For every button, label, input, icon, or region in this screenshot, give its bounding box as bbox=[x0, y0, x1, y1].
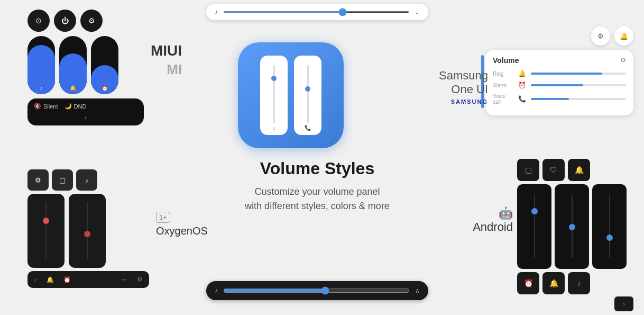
android-knob-1 bbox=[531, 208, 538, 214]
logo-knob-left bbox=[271, 76, 277, 81]
app-logo: ♪ 📞 bbox=[238, 42, 344, 148]
miui-moon-icon: 🌙 bbox=[65, 103, 72, 110]
android-tablet-icon[interactable]: ▢ bbox=[517, 159, 539, 181]
oxygen-label-row: ♪ 🔔 ⏰ bbox=[34, 276, 71, 283]
miui-brand-label: MIUI MI bbox=[151, 42, 182, 78]
android-bell2-icon[interactable]: 🔔 bbox=[542, 272, 565, 294]
samsung-ui-text: Samsung One UI bbox=[439, 69, 488, 96]
samsung-voice-track bbox=[531, 98, 626, 100]
oxygenos-panel: ⚙ ▢ ♪ ♪ 🔔 ⏰ ← ⚙ bbox=[27, 169, 149, 288]
top-slider-panel: ♪ ⌄ bbox=[206, 4, 428, 20]
oxygen-icon-row: ⚙ ▢ ♪ bbox=[27, 169, 149, 191]
android-line-3 bbox=[609, 195, 610, 258]
oxygenos-brand: 1+ OxygenOS bbox=[156, 212, 208, 237]
samsung-ring-icon: 🔔 bbox=[518, 70, 527, 77]
logo-slider-left: ♪ bbox=[260, 56, 288, 135]
android-slider-3[interactable] bbox=[592, 184, 627, 269]
samsung-top-buttons: ⚙ 🔔 bbox=[485, 26, 633, 46]
oxygen-knob-1 bbox=[43, 218, 49, 224]
samsung-voice-row: Voice call 📞 bbox=[493, 93, 626, 105]
miui-silent-mode[interactable]: 🔇 Silent bbox=[34, 103, 58, 110]
miui-slider-3[interactable]: ⏰ bbox=[91, 36, 118, 94]
android-alarm-icon[interactable]: ⏰ bbox=[517, 272, 539, 294]
samsung-alarm-slider[interactable] bbox=[531, 84, 626, 86]
miui-dnd-mode[interactable]: 🌙 DND bbox=[65, 103, 87, 110]
samsung-volume-panel: Volume ⚙ Ring 🔔 Alarm ⏰ Voice call 📞 bbox=[485, 50, 633, 115]
android-knob-2 bbox=[569, 224, 575, 230]
android-slider-2[interactable] bbox=[555, 184, 589, 269]
page-title: Volume Styles bbox=[206, 159, 428, 178]
samsung-alarm-track bbox=[531, 84, 626, 86]
samsung-ring-slider[interactable] bbox=[531, 73, 626, 75]
miui-dnd-label: DND bbox=[74, 103, 87, 110]
oxygen-slider-2[interactable] bbox=[69, 194, 106, 268]
oxygen-nav-row: ← ⚙ bbox=[121, 275, 143, 284]
samsung-ring-label: Ring bbox=[493, 71, 514, 77]
oxygen-music-label: ♪ bbox=[34, 276, 37, 283]
samsung-alarm-icon: ⏰ bbox=[518, 82, 527, 89]
top-volume-slider[interactable] bbox=[223, 11, 409, 13]
miui-power-icon[interactable]: ⏻ bbox=[54, 10, 76, 32]
miui-chevron-row[interactable]: ‹ bbox=[34, 114, 137, 121]
samsung-logo: SAMSUNG bbox=[439, 98, 488, 105]
samsung-panel-gear-icon[interactable]: ⚙ bbox=[620, 57, 626, 64]
android-bell-icon[interactable]: 🔔 bbox=[568, 159, 590, 181]
android-label: Android bbox=[473, 220, 513, 234]
miui-silent-label: Silent bbox=[43, 103, 58, 110]
miui-modes-row: 🔇 Silent 🌙 DND bbox=[34, 103, 137, 110]
oxygen-slider-1[interactable] bbox=[27, 194, 65, 268]
miui-slider1-icon: ♪ bbox=[40, 85, 43, 91]
oxygen-line-1 bbox=[45, 202, 47, 260]
android-slider-1[interactable] bbox=[517, 184, 551, 269]
miui-settings-icon[interactable]: ⚙ bbox=[80, 10, 103, 32]
oxygen-back-icon[interactable]: ← bbox=[121, 275, 128, 284]
samsung-voice-slider[interactable] bbox=[531, 98, 626, 100]
miui-slider-2[interactable]: 🔔 bbox=[59, 36, 87, 94]
oxygen-music-icon[interactable]: ♪ bbox=[76, 169, 97, 191]
logo-icon-right: 📞 bbox=[305, 125, 311, 131]
android-music-icon[interactable]: ♪ bbox=[568, 272, 590, 294]
mi-logo: MI bbox=[151, 61, 182, 78]
top-chevron-icon[interactable]: ⌄ bbox=[415, 8, 420, 16]
oxygen-alarm-label: ⏰ bbox=[63, 276, 71, 283]
android-bottom-icon-row: ⏰ 🔔 ♪ bbox=[517, 272, 633, 294]
miui-slider-row: ♪ 🔔 ⏰ bbox=[27, 36, 144, 94]
android-line-2 bbox=[572, 195, 573, 258]
logo-track-right bbox=[307, 65, 309, 123]
samsung-voice-icon: 📞 bbox=[518, 95, 527, 103]
oneplus-logo: 1+ bbox=[156, 212, 170, 223]
top-music-icon: ♪ bbox=[215, 8, 218, 16]
oxygen-tablet-icon[interactable]: ▢ bbox=[52, 169, 73, 191]
miui-slider-1[interactable]: ♪ bbox=[27, 36, 55, 94]
samsung-gear-btn[interactable]: ⚙ bbox=[591, 26, 610, 46]
bottom-volume-slider[interactable] bbox=[223, 286, 410, 295]
miui-bottom-panel: 🔇 Silent 🌙 DND ‹ bbox=[27, 98, 144, 125]
logo-sliders: ♪ 📞 bbox=[260, 56, 321, 135]
samsung-alarm-row: Alarm ⏰ bbox=[493, 82, 626, 89]
bottom-music-icon: ♪ bbox=[215, 287, 218, 294]
miui-target-icon[interactable]: ⊙ bbox=[27, 10, 50, 32]
miui-panel: ⊙ ⏻ ⚙ ♪ 🔔 ⏰ 🔇 Silent 🌙 bbox=[27, 10, 144, 125]
subtitle-line2: with different styles, colors & more bbox=[245, 201, 390, 211]
android-shield-icon[interactable]: 🛡 bbox=[542, 159, 565, 181]
bottom-chevron-icon[interactable]: ∧ bbox=[415, 287, 420, 294]
android-line-1 bbox=[534, 195, 535, 258]
samsung-voice-label: Voice call bbox=[493, 93, 514, 105]
miui-slider2-icon: 🔔 bbox=[70, 85, 76, 91]
samsung-volume-title: Volume bbox=[493, 56, 519, 65]
samsung-alarm-fill bbox=[531, 84, 583, 86]
samsung-bell-btn[interactable]: 🔔 bbox=[614, 26, 633, 46]
subtitle-line1: Customize your volume panel bbox=[254, 186, 380, 197]
oxygen-bottom-panel: ♪ 🔔 ⏰ ← ⚙ bbox=[27, 271, 149, 288]
center-text-area: Volume Styles Customize your volume pane… bbox=[206, 159, 428, 213]
logo-knob-right bbox=[305, 86, 310, 92]
oxygen-settings-icon[interactable]: ⚙ bbox=[27, 169, 49, 191]
oxygenos-label: OxygenOS bbox=[156, 225, 208, 237]
samsung-ring-track bbox=[531, 73, 626, 75]
samsung-voice-fill bbox=[531, 98, 569, 100]
samsung-panel-header: Volume ⚙ bbox=[493, 56, 626, 65]
oxygen-nav-settings-icon[interactable]: ⚙ bbox=[137, 276, 143, 283]
samsung-brand-label: Samsung One UI SAMSUNG bbox=[439, 69, 488, 105]
android-next-btn[interactable]: › bbox=[614, 296, 633, 311]
miui-slider3-icon: ⏰ bbox=[102, 85, 108, 91]
